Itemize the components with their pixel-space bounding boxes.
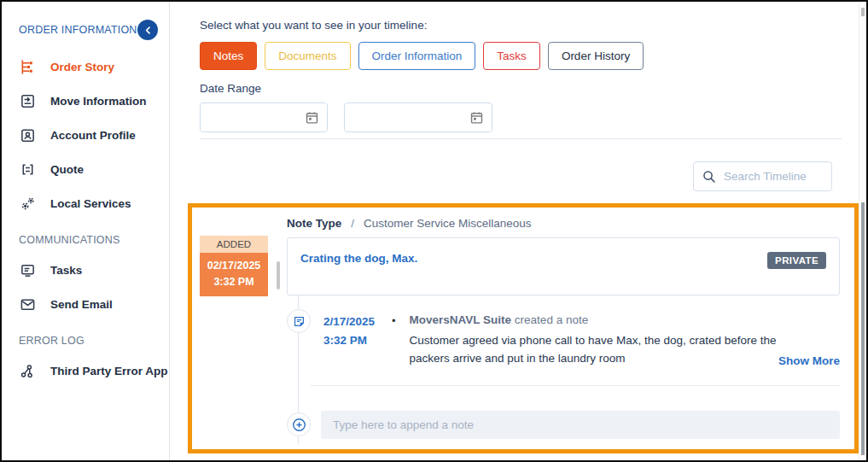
filter-documents-button[interactable]: Documents [265, 42, 350, 70]
monitor-icon [19, 261, 36, 278]
timeline-filter-buttons: Notes Documents Order Information Tasks … [200, 42, 866, 70]
quote-icon [19, 161, 36, 178]
append-note-row [287, 411, 840, 439]
filter-tasks-button[interactable]: Tasks [483, 42, 540, 70]
timeline-date-column: ADDED 02/17/2025 3:32 PM [192, 208, 278, 449]
note-type-label: Note Type [287, 217, 341, 230]
app-window: ORDER INFORMATION Order Story Move Infor… [0, 0, 868, 462]
status-badge: ADDED [200, 236, 268, 253]
date-range-label: Date Range [200, 82, 866, 95]
sidebar-item-quote[interactable]: Quote [2, 152, 169, 186]
envelope-icon [19, 295, 36, 313]
entry-main: MoversNAVL Suite created a note Customer… [410, 313, 840, 368]
entry-action: created a note [515, 313, 588, 326]
append-note-input[interactable] [321, 411, 840, 439]
date-range-start-field [200, 102, 328, 132]
filter-notes-button[interactable]: Notes [200, 42, 257, 70]
sidebar-item-label: Order Story [50, 61, 114, 73]
move-information-icon [19, 92, 36, 109]
note-type-value: Customer Service Miscellaneous [364, 217, 532, 230]
breadcrumb-separator: / [351, 217, 354, 230]
append-note-button[interactable] [287, 412, 311, 436]
entry-divider [311, 385, 840, 386]
scrollbar-thumb[interactable] [861, 202, 865, 455]
badge-date-value: 02/17/2025 [200, 258, 268, 274]
sidebar-section-error-log: ERROR LOG [2, 321, 169, 354]
note-title-link[interactable]: Crating the dog, Max. [300, 252, 417, 265]
sidebar-item-label: Account Profile [50, 129, 136, 142]
filter-order-history-button[interactable]: Order History [548, 42, 644, 70]
vertical-scrollbar[interactable] [859, 2, 866, 460]
sidebar-item-account-profile[interactable]: Account Profile [2, 118, 169, 152]
entry-author-line: MoversNAVL Suite created a note [410, 313, 840, 326]
entry-date: 2/17/2025 [323, 313, 380, 331]
note-card: Crating the dog, Max. PRIVATE [287, 237, 840, 295]
plus-circle-icon [291, 417, 307, 433]
timeline-entry-badge: ADDED 02/17/2025 3:32 PM [200, 236, 268, 296]
sidebar-item-label: Quote [50, 163, 84, 176]
note-event-marker [287, 309, 311, 333]
timeline-thread: 2/17/2025 3:32 PM • MoversNAVL Suite cre… [287, 295, 840, 449]
entry-bullet: • [392, 314, 396, 368]
share-nodes-icon [19, 362, 36, 379]
sidebar-header: ORDER INFORMATION [2, 19, 169, 41]
sidebar-item-label: Local Services [50, 197, 131, 210]
filter-order-information-button[interactable]: Order Information [358, 42, 476, 70]
sidebar-item-label: Move Information [50, 95, 147, 108]
order-story-icon [19, 58, 36, 75]
gears-icon [19, 195, 36, 212]
sidebar-item-move-information[interactable]: Move Information [2, 84, 169, 118]
sticky-note-icon [293, 315, 306, 328]
private-badge: PRIVATE [767, 252, 826, 269]
sidebar: ORDER INFORMATION Order Story Move Infor… [2, 2, 170, 460]
timeline-content-column: Note Type / Customer Service Miscellaneo… [278, 208, 854, 449]
sidebar-item-label: Send Email [50, 298, 113, 311]
sidebar-section-communications: COMMUNICATIONS [2, 220, 169, 253]
scrollbar-arrow[interactable] [861, 8, 865, 16]
badge-time-value: 3:32 PM [200, 274, 268, 290]
sidebar-item-label: Tasks [50, 264, 82, 277]
search-row [200, 161, 866, 191]
sidebar-item-order-story[interactable]: Order Story [2, 50, 169, 84]
timeline-highlight-panel: ADDED 02/17/2025 3:32 PM Note Type / Cus… [188, 203, 859, 453]
date-range-row [200, 102, 866, 132]
date-range-end-field [344, 102, 492, 132]
timeline-entry: 2/17/2025 3:32 PM • MoversNAVL Suite cre… [323, 313, 840, 368]
section-divider [200, 138, 842, 139]
search-timeline-field [693, 161, 832, 191]
sidebar-item-third-party-error-app[interactable]: Third Party Error App [2, 354, 169, 388]
calendar-icon[interactable] [469, 110, 484, 128]
chevron-left-icon [142, 24, 154, 37]
search-icon [702, 169, 717, 184]
sidebar-item-send-email[interactable]: Send Email [2, 287, 169, 321]
main-content: Select what you want to see in your time… [170, 2, 866, 460]
show-more-link[interactable]: Show More [778, 354, 840, 368]
timeline-inner-scrollbar[interactable] [277, 261, 280, 289]
sidebar-collapse-button[interactable] [137, 20, 158, 40]
note-type-breadcrumb: Note Type / Customer Service Miscellaneo… [287, 217, 840, 230]
sidebar-item-tasks[interactable]: Tasks [2, 253, 169, 287]
entry-author: MoversNAVL Suite [410, 313, 512, 326]
sidebar-section-order-information: ORDER INFORMATION [19, 24, 137, 36]
badge-date: 02/17/2025 3:32 PM [200, 253, 268, 296]
entry-datetime: 2/17/2025 3:32 PM [323, 313, 380, 368]
sidebar-item-label: Third Party Error App [50, 365, 168, 377]
entry-body-row: Customer agreed via phone call to have M… [410, 332, 840, 368]
entry-body-text: Customer agreed via phone call to have M… [410, 332, 778, 368]
entry-time: 3:32 PM [323, 331, 380, 350]
account-profile-icon [19, 126, 36, 143]
search-timeline-input[interactable] [724, 170, 824, 183]
sidebar-item-local-services[interactable]: Local Services [2, 186, 169, 220]
timeline-filter-prompt: Select what you want to see in your time… [200, 19, 866, 32]
calendar-icon[interactable] [305, 110, 319, 128]
